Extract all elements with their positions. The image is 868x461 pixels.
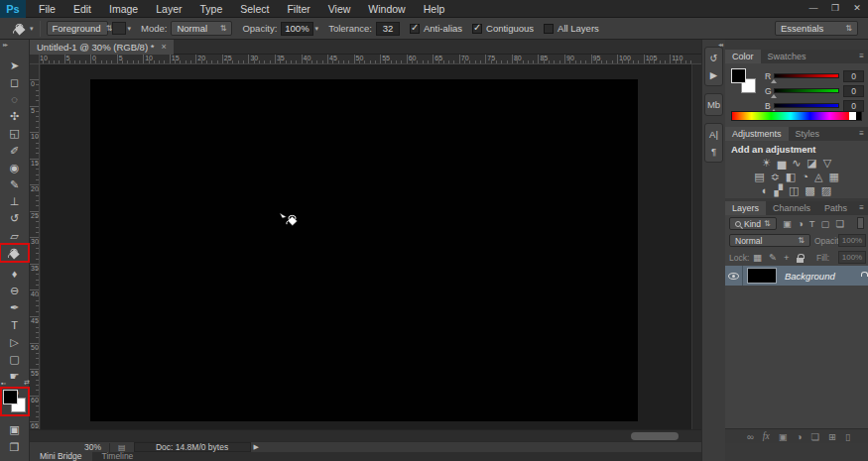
filter-shape-layers-icon[interactable]: ▢ [821, 217, 830, 230]
blend-mode-select[interactable]: Normal ⇅ [729, 234, 810, 247]
brightness-contrast-icon[interactable]: ☀ [762, 157, 772, 169]
expand-panels-icon[interactable]: ◂◂ [718, 41, 722, 48]
quick-mask-button[interactable]: ▣ [1, 421, 28, 437]
menu-item-edit[interactable]: Edit [64, 0, 100, 18]
hue-saturation-icon[interactable]: ▤ [754, 171, 764, 182]
tab-mini-bridge[interactable]: Mini Bridge [30, 452, 92, 461]
layer-thumbnail[interactable] [747, 268, 777, 284]
channel-slider[interactable] [774, 88, 839, 93]
invert-icon[interactable]: ◐ [762, 184, 769, 196]
tolerance-input[interactable]: 32 [376, 22, 400, 36]
menu-item-select[interactable]: Select [231, 0, 278, 18]
layers-tab-channels[interactable]: Channels [766, 201, 817, 215]
menu-item-help[interactable]: Help [415, 0, 454, 18]
mode-select[interactable]: Normal⇅ [171, 21, 232, 36]
menu-item-window[interactable]: Window [359, 0, 414, 18]
lock-position-icon[interactable]: + [784, 251, 790, 264]
layer-filtering-toggle[interactable] [857, 217, 864, 229]
checkbox-box[interactable] [472, 24, 482, 34]
color-tab-color[interactable]: Color [725, 50, 761, 63]
lasso-tool[interactable]: ◌ [1, 91, 28, 107]
slider-thumb-icon[interactable] [771, 79, 777, 83]
menu-item-view[interactable]: View [319, 0, 360, 18]
paint-bucket-tool[interactable] [1, 245, 28, 261]
history-brush-tool[interactable]: ↺ [1, 211, 28, 227]
threshold-icon[interactable]: ◫ [789, 184, 799, 196]
dodge-tool[interactable]: ⊖ [1, 284, 28, 299]
adjustments-tab-adjustments[interactable]: Adjustments [725, 127, 789, 141]
checkbox-box[interactable] [544, 24, 554, 34]
lock-image-icon[interactable]: ✎ [769, 251, 777, 264]
posterize-icon[interactable]: ▞ [774, 184, 782, 196]
paragraph-panel-icon[interactable]: ¶ [705, 143, 722, 160]
default-swatches-icon[interactable]: ▪▫ [1, 380, 6, 387]
horizontal-scrollbar[interactable] [30, 429, 701, 441]
collapse-tools-icon[interactable]: ▸▸ [3, 41, 7, 48]
delete-layer-icon[interactable]: ▯ [845, 431, 850, 442]
channel-mixer-icon[interactable]: ◬ [814, 171, 822, 182]
quick-selection-tool[interactable]: ✣ [1, 109, 28, 125]
tab-timeline[interactable]: Timeline [92, 452, 144, 461]
exposure-icon[interactable]: ◪ [806, 157, 816, 169]
lock-all-icon[interactable] [797, 258, 804, 263]
color-tab-swatches[interactable]: Swatches [761, 50, 813, 63]
levels-icon[interactable]: ▅ [778, 157, 786, 169]
filter-type-layers-icon[interactable]: T [809, 217, 815, 230]
curves-icon[interactable]: ∿ [792, 157, 801, 169]
close-button[interactable]: ✕ [846, 0, 868, 17]
mini-bridge-panel-icon[interactable]: Mb [705, 96, 722, 113]
photo-filter-icon[interactable]: ◔ [802, 171, 808, 182]
minimize-button[interactable]: — [803, 0, 824, 17]
channel-value-field[interactable]: 0 [843, 70, 864, 82]
pasteboard[interactable] [41, 64, 691, 429]
layers-tab-paths[interactable]: Paths [817, 201, 854, 215]
fill-source-select[interactable]: Foreground⇅ [47, 21, 108, 36]
pen-tool[interactable]: ✒ [1, 300, 28, 316]
color-balance-icon[interactable]: ≎ [771, 171, 780, 182]
checkbox-all-layers[interactable]: All Layers [544, 23, 599, 34]
spectrum-white-swatch[interactable] [849, 112, 856, 120]
vibrance-icon[interactable]: ▽ [823, 157, 831, 169]
foreground-color-swatch[interactable] [3, 390, 18, 404]
paint-bucket-tool-preset[interactable]: ▾ [12, 21, 34, 37]
panel-menu-icon[interactable]: ≡ [859, 50, 868, 63]
screen-mode-button[interactable]: ❐ [1, 439, 28, 455]
opacity-arrow-icon[interactable]: ▾ [315, 25, 319, 33]
color-spectrum-bar[interactable] [731, 111, 862, 121]
channel-slider[interactable] [774, 103, 839, 108]
shape-tool[interactable]: ▢ [1, 351, 28, 367]
checkbox-contiguous[interactable]: Contiguous [472, 23, 534, 34]
panel-color-swatches[interactable] [731, 68, 761, 98]
menu-item-file[interactable]: File [30, 0, 64, 18]
type-tool[interactable]: T [1, 317, 28, 333]
spectrum-gradient[interactable] [732, 112, 849, 120]
document-tab[interactable]: Untitled-1 @ 30% (RGB/8) * × [30, 40, 174, 55]
layer-visibility-cell[interactable] [725, 266, 743, 286]
actions-panel-icon[interactable]: ▶ [705, 66, 722, 83]
color-swatches[interactable]: ▪▫ ⇄ [2, 389, 28, 414]
clone-stamp-tool[interactable]: ⊥ [1, 194, 28, 210]
menu-item-type[interactable]: Type [190, 0, 231, 18]
status-options-arrow-icon[interactable]: ▶ [254, 443, 259, 451]
scrollbar-thumb[interactable] [631, 432, 679, 440]
black-white-icon[interactable]: ◧ [786, 171, 796, 182]
workspace-select[interactable]: Essentials⇅ [775, 21, 858, 36]
new-adjustment-layer-icon[interactable]: ◑ [797, 431, 803, 442]
adjustments-tab-styles[interactable]: Styles [789, 127, 827, 141]
menu-item-image[interactable]: Image [100, 0, 147, 18]
layer-opacity-field[interactable]: 100% [838, 234, 866, 247]
menu-item-layer[interactable]: Layer [147, 0, 190, 18]
close-document-icon[interactable]: × [161, 40, 166, 55]
opacity-input[interactable]: 100% [281, 22, 312, 36]
foreground-color-swatch[interactable] [731, 68, 746, 83]
link-layers-icon[interactable]: ∞ [747, 431, 754, 442]
selective-color-icon[interactable]: ▨ [821, 184, 831, 196]
canvas[interactable] [90, 79, 638, 421]
vertical-scrollbar[interactable] [691, 64, 701, 429]
pattern-picker[interactable] [112, 22, 126, 35]
move-tool[interactable]: ➤ [1, 58, 28, 73]
restore-button[interactable]: ❐ [824, 0, 846, 17]
brush-tool[interactable]: ✎ [1, 176, 28, 192]
channel-value-field[interactable]: 0 [843, 85, 864, 97]
gradient-map-icon[interactable]: ▩ [805, 184, 814, 196]
